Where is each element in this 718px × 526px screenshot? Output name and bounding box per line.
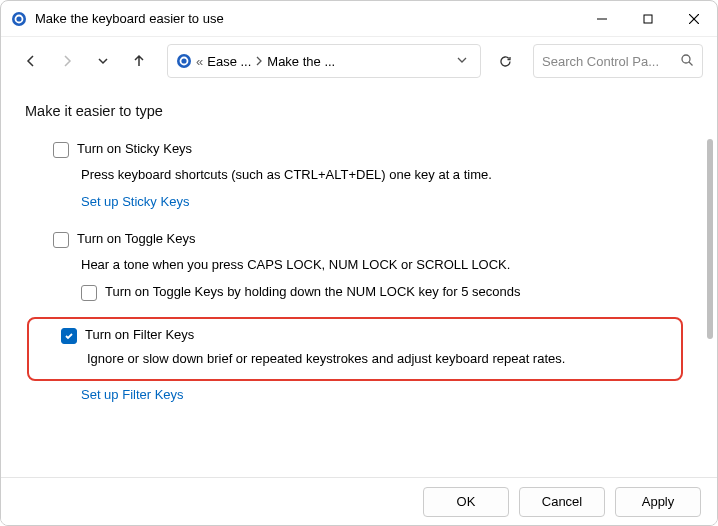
forward-button[interactable] <box>51 45 83 77</box>
recent-locations-button[interactable] <box>87 45 119 77</box>
content-area: Make it easier to type Turn on Sticky Ke… <box>1 85 717 477</box>
breadcrumb-seg-1[interactable]: Ease ... <box>205 54 253 69</box>
search-box[interactable] <box>533 44 703 78</box>
sticky-keys-option[interactable]: Turn on Sticky Keys <box>53 141 693 158</box>
ok-button[interactable]: OK <box>423 487 509 517</box>
breadcrumb[interactable]: « Ease ... Make the ... <box>167 44 481 78</box>
sticky-keys-desc: Press keyboard shortcuts (such as CTRL+A… <box>81 166 693 184</box>
close-button[interactable] <box>671 1 717 37</box>
toggle-keys-checkbox[interactable] <box>53 232 69 248</box>
maximize-button[interactable] <box>625 1 671 37</box>
filter-keys-desc: Ignore or slow down brief or repeated ke… <box>87 350 673 368</box>
filter-keys-label: Turn on Filter Keys <box>85 327 194 342</box>
svg-point-10 <box>682 55 690 63</box>
scrollbar-thumb[interactable] <box>707 139 713 339</box>
filter-keys-option[interactable]: Turn on Filter Keys <box>61 327 673 344</box>
scrollbar[interactable] <box>705 99 713 463</box>
filter-keys-link[interactable]: Set up Filter Keys <box>81 387 693 402</box>
svg-line-11 <box>689 62 693 66</box>
filter-keys-checkbox[interactable] <box>61 328 77 344</box>
search-icon <box>680 53 694 70</box>
sticky-keys-checkbox[interactable] <box>53 142 69 158</box>
minimize-button[interactable] <box>579 1 625 37</box>
toggle-keys-numlock-label: Turn on Toggle Keys by holding down the … <box>105 284 521 299</box>
page-heading: Make it easier to type <box>25 103 693 119</box>
apply-button[interactable]: Apply <box>615 487 701 517</box>
sticky-keys-label: Turn on Sticky Keys <box>77 141 192 156</box>
cancel-button[interactable]: Cancel <box>519 487 605 517</box>
filter-keys-highlight: Turn on Filter Keys Ignore or slow down … <box>27 317 683 380</box>
toggle-keys-label: Turn on Toggle Keys <box>77 231 196 246</box>
footer: OK Cancel Apply <box>1 477 717 525</box>
refresh-button[interactable] <box>489 45 521 77</box>
svg-rect-4 <box>644 15 652 23</box>
breadcrumb-chevrons-icon[interactable]: « <box>194 54 205 69</box>
toggle-keys-desc: Hear a tone when you press CAPS LOCK, NU… <box>81 256 693 274</box>
breadcrumb-root-icon[interactable] <box>174 53 194 69</box>
window-title: Make the keyboard easier to use <box>35 11 224 26</box>
toggle-keys-option[interactable]: Turn on Toggle Keys <box>53 231 693 248</box>
back-button[interactable] <box>15 45 47 77</box>
window-controls <box>579 1 717 37</box>
app-icon <box>11 11 27 27</box>
toolbar: « Ease ... Make the ... <box>1 37 717 85</box>
breadcrumb-dropdown-icon[interactable] <box>456 54 468 69</box>
breadcrumb-sep-icon[interactable] <box>253 56 265 66</box>
up-button[interactable] <box>123 45 155 77</box>
titlebar: Make the keyboard easier to use <box>1 1 717 37</box>
sticky-keys-link[interactable]: Set up Sticky Keys <box>81 194 693 209</box>
breadcrumb-seg-2[interactable]: Make the ... <box>265 54 337 69</box>
toggle-keys-numlock-option[interactable]: Turn on Toggle Keys by holding down the … <box>81 284 693 301</box>
toggle-keys-numlock-checkbox[interactable] <box>81 285 97 301</box>
search-input[interactable] <box>542 54 674 69</box>
svg-point-2 <box>16 16 21 21</box>
svg-point-9 <box>181 58 186 63</box>
